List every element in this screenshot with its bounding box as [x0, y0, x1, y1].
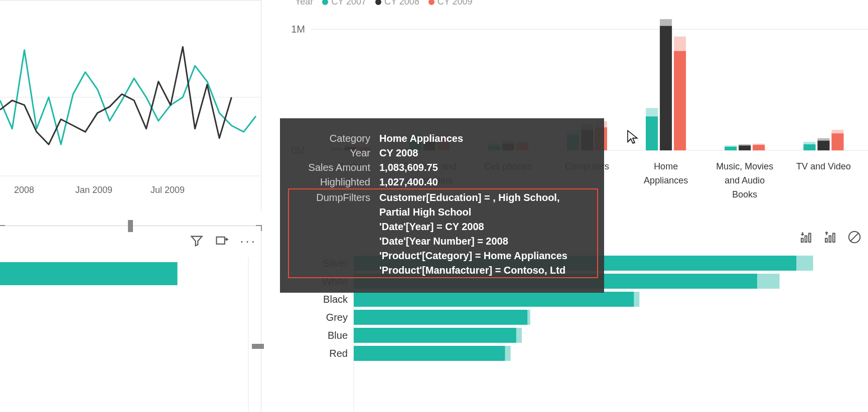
svg-text:TV and Video: TV and Video — [796, 161, 851, 171]
svg-text:Blue: Blue — [328, 330, 348, 341]
more-options-icon[interactable]: ··· — [240, 236, 257, 247]
svg-rect-69 — [829, 236, 831, 243]
svg-text:Books: Books — [732, 189, 757, 199]
svg-rect-60 — [831, 133, 843, 150]
tooltip-value: 1,083,609.75 — [379, 160, 591, 175]
filter-icon[interactable] — [190, 234, 204, 248]
svg-rect-66 — [805, 236, 807, 243]
tooltip-label: Highlighted — [293, 175, 379, 189]
svg-rect-39 — [646, 116, 658, 150]
visual-toolbar — [799, 230, 862, 245]
tooltip-dumpfilter-line: 'Product'[Category] = Home Appliances — [379, 249, 591, 263]
tooltip-value: CY 2008 — [379, 146, 591, 160]
tooltip-label: DumpFilters — [293, 190, 379, 278]
drill-down-icon[interactable] — [799, 230, 814, 245]
svg-rect-49 — [739, 145, 751, 150]
svg-rect-43 — [674, 51, 686, 150]
tooltip-dumpfilter-line: 'Date'[Year Number] = 2008 — [379, 234, 591, 249]
svg-rect-47 — [725, 147, 737, 150]
tooltip-value: 1,027,400.40 — [379, 175, 591, 189]
svg-text:Jul 2009: Jul 2009 — [151, 185, 185, 195]
svg-rect-63 — [0, 262, 178, 285]
svg-text:Black: Black — [323, 294, 348, 305]
resize-handle-icon[interactable] — [128, 220, 133, 232]
svg-rect-62 — [217, 237, 225, 244]
svg-rect-41 — [660, 26, 672, 150]
svg-text:Red: Red — [329, 348, 348, 359]
selection-corner-icon[interactable] — [256, 225, 262, 231]
svg-rect-56 — [803, 144, 815, 150]
svg-rect-81 — [354, 292, 634, 307]
tooltip-value: Home Appliances — [379, 131, 591, 146]
tooltip-dumpfilter-line: Customer[Education] = , High School, Par… — [379, 190, 591, 220]
visual-toolbar: ··· — [190, 234, 257, 248]
svg-line-72 — [851, 234, 858, 241]
focus-mode-icon[interactable] — [215, 234, 229, 248]
svg-text:Music, Movies: Music, Movies — [716, 161, 773, 171]
svg-rect-68 — [825, 239, 827, 243]
line-chart[interactable]: 2008Jan 2009Jul 2009 — [0, 0, 261, 211]
svg-text:and Audio: and Audio — [725, 175, 765, 185]
tooltip: CategoryHome Appliances YearCY 2008 Sale… — [280, 118, 604, 293]
svg-text:Home: Home — [654, 161, 678, 171]
svg-rect-90 — [354, 346, 505, 361]
svg-rect-65 — [801, 239, 803, 243]
selection-corner-icon[interactable] — [0, 225, 5, 231]
tooltip-dumpfilters: Customer[Education] = , High School, Par… — [379, 190, 591, 278]
svg-rect-84 — [354, 310, 527, 325]
svg-rect-70 — [833, 234, 835, 243]
svg-text:Jan 2009: Jan 2009 — [75, 185, 112, 195]
leftward-bar-visual[interactable]: ··· — [0, 226, 261, 411]
tooltip-label: Category — [293, 131, 379, 146]
tooltip-label: Year — [293, 146, 379, 160]
svg-rect-67 — [809, 234, 811, 243]
svg-text:Appliances: Appliances — [644, 175, 688, 185]
svg-rect-87 — [354, 328, 516, 343]
resize-handle-icon[interactable] — [252, 344, 264, 349]
disabled-icon[interactable] — [847, 230, 862, 245]
svg-text:2008: 2008 — [14, 185, 34, 195]
tooltip-label: Sales Amount — [293, 160, 379, 175]
tooltip-dumpfilter-line: 'Product'[Manufacturer] = Contoso, Ltd — [379, 263, 591, 278]
svg-rect-58 — [817, 141, 829, 150]
svg-text:Grey: Grey — [326, 312, 348, 323]
tooltip-dumpfilter-line: 'Date'[Year] = CY 2008 — [379, 220, 591, 234]
svg-text:1M: 1M — [291, 24, 305, 35]
svg-rect-51 — [753, 145, 765, 150]
drill-up-icon[interactable] — [823, 230, 838, 245]
